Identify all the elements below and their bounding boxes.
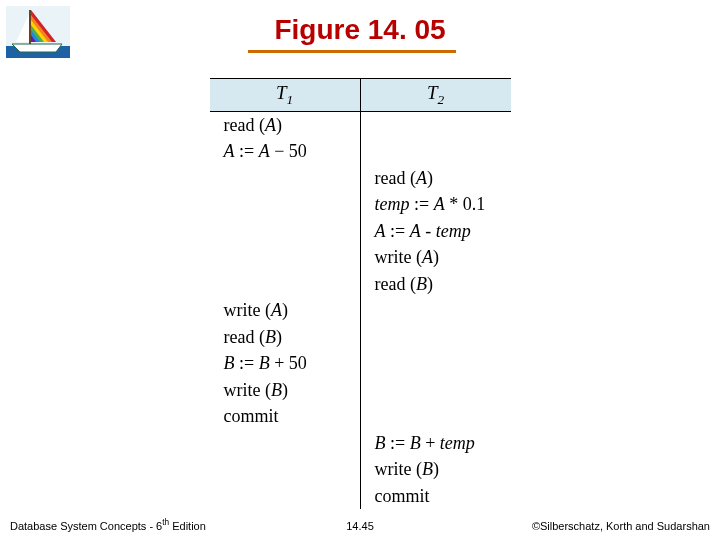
- schedule-row: read (B): [210, 271, 511, 298]
- t1-cell: [210, 191, 361, 218]
- t1-cell: read (A): [210, 111, 361, 138]
- t2-cell: [360, 377, 511, 404]
- t1-cell: [210, 483, 361, 510]
- t2-cell: write (B): [360, 456, 511, 483]
- schedule-row: A := A − 50: [210, 138, 511, 165]
- t2-cell: A := A - temp: [360, 218, 511, 245]
- t2-cell: [360, 111, 511, 138]
- t1-cell: A := A − 50: [210, 138, 361, 165]
- title-underline: [248, 50, 456, 53]
- schedule-figure: T1 T2 read (A) A := A − 50 read (A) temp…: [0, 78, 720, 509]
- t1-cell: [210, 218, 361, 245]
- schedule-row: write (B): [210, 456, 511, 483]
- schedule-row: read (A): [210, 165, 511, 192]
- t2-cell: [360, 324, 511, 351]
- schedule-row: read (B): [210, 324, 511, 351]
- schedule-row: temp := A * 0.1: [210, 191, 511, 218]
- schedule-row: write (B): [210, 377, 511, 404]
- schedule-row: commit: [210, 483, 511, 510]
- t2-cell: commit: [360, 483, 511, 510]
- t1-cell: [210, 430, 361, 457]
- t1-cell: B := B + 50: [210, 350, 361, 377]
- schedule-row: write (A): [210, 297, 511, 324]
- t2-cell: write (A): [360, 244, 511, 271]
- column-header-t1: T1: [210, 79, 361, 112]
- t1-cell: write (A): [210, 297, 361, 324]
- t1-cell: commit: [210, 403, 361, 430]
- t1-cell: [210, 271, 361, 298]
- slide-title: Figure 14. 05: [0, 14, 720, 46]
- schedule-table: T1 T2 read (A) A := A − 50 read (A) temp…: [210, 78, 511, 509]
- schedule-row: write (A): [210, 244, 511, 271]
- t1-cell: [210, 165, 361, 192]
- schedule-row: commit: [210, 403, 511, 430]
- t1-cell: read (B): [210, 324, 361, 351]
- t2-cell: [360, 297, 511, 324]
- schedule-row: read (A): [210, 111, 511, 138]
- t2-cell: [360, 138, 511, 165]
- schedule-row: B := B + 50: [210, 350, 511, 377]
- t2-cell: read (A): [360, 165, 511, 192]
- column-header-t2: T2: [360, 79, 511, 112]
- t2-cell: temp := A * 0.1: [360, 191, 511, 218]
- footer-copyright: ©Silberschatz, Korth and Sudarshan: [532, 520, 710, 532]
- t2-cell: B := B + temp: [360, 430, 511, 457]
- t1-cell: [210, 456, 361, 483]
- t2-cell: [360, 403, 511, 430]
- t2-cell: read (B): [360, 271, 511, 298]
- t1-cell: [210, 244, 361, 271]
- schedule-row: A := A - temp: [210, 218, 511, 245]
- t2-cell: [360, 350, 511, 377]
- t1-cell: write (B): [210, 377, 361, 404]
- schedule-row: B := B + temp: [210, 430, 511, 457]
